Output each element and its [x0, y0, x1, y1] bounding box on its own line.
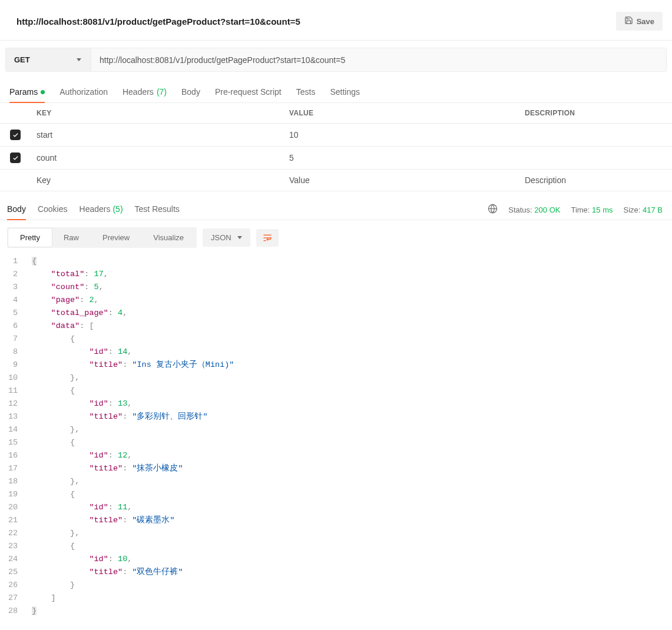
size-value: 417 B: [643, 205, 663, 214]
time-value: 15 ms: [592, 205, 613, 214]
status-value: 200 OK: [534, 205, 560, 214]
param-desc[interactable]: [519, 124, 672, 147]
response-json: 1234567891011121314151617181920212223242…: [0, 253, 672, 620]
tab-settings[interactable]: Settings: [330, 82, 360, 102]
params-table: KEY VALUE DESCRIPTION start10count5KeyVa…: [0, 103, 672, 191]
method-select[interactable]: GET: [6, 48, 91, 71]
param-value[interactable]: 10: [283, 124, 519, 147]
save-label: Save: [637, 17, 654, 26]
view-visualize[interactable]: Visualize: [141, 228, 196, 247]
network-icon[interactable]: [488, 204, 498, 215]
view-preview[interactable]: Preview: [91, 228, 141, 247]
param-desc-placeholder[interactable]: Description: [519, 170, 672, 191]
col-description: DESCRIPTION: [519, 103, 672, 124]
table-row[interactable]: start10: [0, 124, 672, 147]
request-tabs: Params Authorization Headers (7) Body Pr…: [0, 82, 672, 103]
view-pretty[interactable]: Pretty: [8, 228, 52, 247]
format-select[interactable]: JSON: [203, 228, 250, 247]
col-value: VALUE: [283, 103, 519, 124]
col-key: KEY: [31, 103, 283, 124]
title-bar: http://localhost:8081/v1/product/getPage…: [0, 0, 672, 41]
table-row-new[interactable]: KeyValueDescription: [0, 170, 672, 191]
resp-tab-headers[interactable]: Headers (5): [80, 200, 123, 220]
resp-tab-tests[interactable]: Test Results: [135, 200, 180, 220]
method-label: GET: [14, 55, 30, 64]
view-raw[interactable]: Raw: [52, 228, 91, 247]
view-row: Pretty Raw Preview Visualize JSON: [0, 220, 672, 253]
param-key[interactable]: count: [31, 147, 283, 170]
tab-params[interactable]: Params: [9, 82, 45, 102]
tab-prerequest[interactable]: Pre-request Script: [215, 82, 282, 102]
save-button[interactable]: Save: [616, 12, 663, 31]
response-meta: Status: 200 OK Time: 15 ms Size: 417 B: [488, 204, 663, 215]
save-icon: [624, 16, 633, 26]
table-row[interactable]: count5: [0, 147, 672, 170]
url-input[interactable]: [91, 48, 666, 71]
resp-tab-cookies[interactable]: Cookies: [38, 200, 68, 220]
tab-body[interactable]: Body: [181, 82, 200, 102]
tab-tests[interactable]: Tests: [296, 82, 316, 102]
checkbox[interactable]: [10, 152, 21, 163]
resp-tab-body[interactable]: Body: [7, 200, 26, 220]
param-desc[interactable]: [519, 147, 672, 170]
chevron-down-icon: [237, 236, 242, 239]
request-row: GET: [5, 48, 667, 72]
request-title: http://localhost:8081/v1/product/getPage…: [16, 16, 300, 26]
param-key-placeholder[interactable]: Key: [31, 170, 283, 191]
wrap-lines-button[interactable]: [256, 229, 279, 247]
response-tabs: Body Cookies Headers (5) Test Results: [7, 200, 180, 220]
checkbox[interactable]: [10, 130, 21, 140]
view-tabs: Pretty Raw Preview Visualize: [7, 227, 197, 248]
tab-headers[interactable]: Headers (7): [123, 82, 167, 102]
params-indicator: [41, 90, 45, 94]
chevron-down-icon: [77, 58, 81, 61]
tab-authorization[interactable]: Authorization: [59, 82, 108, 102]
param-key[interactable]: start: [31, 124, 283, 147]
param-value-placeholder[interactable]: Value: [283, 170, 519, 191]
param-value[interactable]: 5: [283, 147, 519, 170]
response-header: Body Cookies Headers (5) Test Results St…: [0, 200, 672, 220]
